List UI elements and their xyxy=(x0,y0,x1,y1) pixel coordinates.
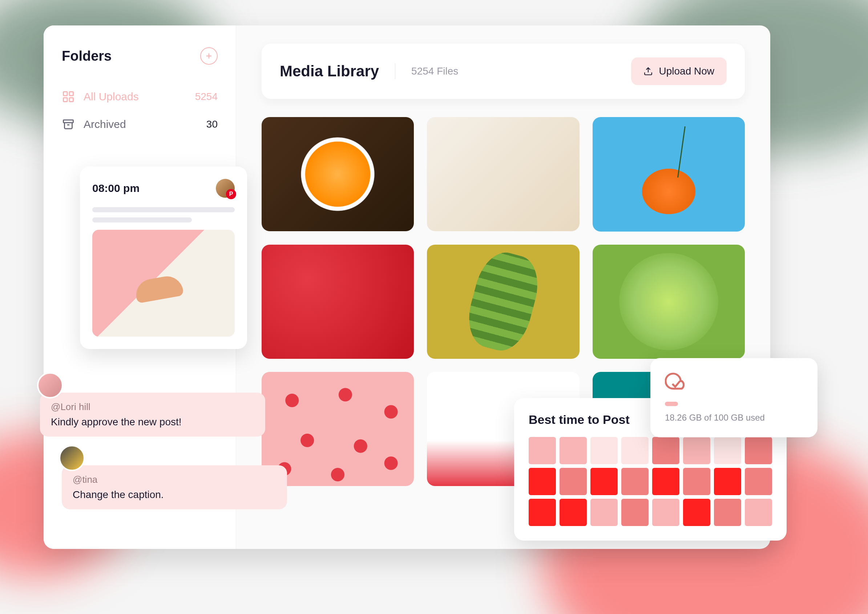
heatmap-cell[interactable] xyxy=(714,437,741,464)
pinterest-badge-icon: P xyxy=(226,189,236,199)
media-tile[interactable] xyxy=(593,117,745,232)
heatmap-cell[interactable] xyxy=(714,499,741,526)
comment-bubble[interactable]: @Lori hill Kindly approve the new post! xyxy=(40,393,265,437)
post-preview-image[interactable] xyxy=(92,230,235,337)
upload-button-label: Upload Now xyxy=(659,65,714,77)
storage-usage-bar xyxy=(665,402,678,406)
cloud-check-icon xyxy=(665,373,687,392)
heatmap-cell[interactable] xyxy=(621,437,649,464)
comment-text: Change the caption. xyxy=(73,489,276,501)
archive-icon xyxy=(62,118,75,131)
post-time: 08:00 pm xyxy=(92,182,140,194)
heatmap-cell[interactable] xyxy=(683,468,710,495)
divider xyxy=(395,63,395,79)
storage-card: 18.26 GB of 100 GB used xyxy=(650,358,817,437)
upload-button[interactable]: Upload Now xyxy=(631,58,727,85)
sidebar-item-count: 30 xyxy=(206,118,218,130)
svg-rect-2 xyxy=(64,92,68,96)
svg-rect-5 xyxy=(70,98,73,102)
heatmap-cell[interactable] xyxy=(683,499,710,526)
comment-username: @Lori hill xyxy=(51,401,254,413)
heatmap-grid xyxy=(529,437,772,526)
comment-bubble[interactable]: @tina Change the caption. xyxy=(62,465,287,509)
heatmap-cell[interactable] xyxy=(621,499,649,526)
heatmap-cell[interactable] xyxy=(652,468,679,495)
file-count: 5254 Files xyxy=(411,65,458,77)
skeleton-line xyxy=(92,218,192,222)
media-tile[interactable] xyxy=(427,245,579,359)
heatmap-cell[interactable] xyxy=(714,468,741,495)
media-tile[interactable] xyxy=(427,117,579,231)
avatar[interactable]: P xyxy=(216,179,235,198)
comment-text: Kindly approve the new post! xyxy=(51,416,254,428)
heatmap-cell[interactable] xyxy=(621,468,649,495)
main-header: Media Library 5254 Files Upload Now xyxy=(262,44,745,99)
heatmap-cell[interactable] xyxy=(529,499,556,526)
media-tile[interactable] xyxy=(262,245,414,359)
heatmap-cell[interactable] xyxy=(529,437,556,464)
media-tile[interactable] xyxy=(593,245,745,359)
avatar xyxy=(37,372,63,398)
plus-icon xyxy=(205,51,213,61)
heatmap-cell[interactable] xyxy=(560,437,587,464)
avatar xyxy=(59,445,85,471)
scheduled-post-card: 08:00 pm P xyxy=(80,166,247,349)
post-card-header: 08:00 pm P xyxy=(92,179,235,198)
heatmap-cell[interactable] xyxy=(529,468,556,495)
heatmap-cell[interactable] xyxy=(560,468,587,495)
svg-rect-6 xyxy=(64,120,73,123)
sidebar-item-label: Archived xyxy=(84,118,206,131)
heatmap-cell[interactable] xyxy=(591,468,618,495)
sidebar-item-archived[interactable]: Archived 30 xyxy=(62,110,218,138)
sidebar-item-label: All Uploads xyxy=(84,90,195,103)
heatmap-cell[interactable] xyxy=(745,499,772,526)
heatmap-cell[interactable] xyxy=(683,437,710,464)
skeleton-line xyxy=(92,207,235,212)
page-title: Media Library xyxy=(280,62,379,80)
heatmap-cell[interactable] xyxy=(652,437,679,464)
heatmap-cell[interactable] xyxy=(745,437,772,464)
sidebar-header: Folders xyxy=(62,47,218,65)
heatmap-cell[interactable] xyxy=(745,468,772,495)
svg-rect-4 xyxy=(64,98,68,102)
heatmap-cell[interactable] xyxy=(652,499,679,526)
media-tile[interactable] xyxy=(262,117,414,231)
comment-username: @tina xyxy=(73,474,276,485)
sidebar-title: Folders xyxy=(62,48,112,64)
heatmap-cell[interactable] xyxy=(591,499,618,526)
sidebar-item-count: 5254 xyxy=(195,91,218,103)
heatmap-cell[interactable] xyxy=(560,499,587,526)
heatmap-cell[interactable] xyxy=(591,437,618,464)
svg-rect-3 xyxy=(70,92,73,96)
sidebar-item-all-uploads[interactable]: All Uploads 5254 xyxy=(62,83,218,110)
upload-icon xyxy=(643,67,653,76)
add-folder-button[interactable] xyxy=(200,47,218,65)
storage-text: 18.26 GB of 100 GB used xyxy=(665,413,803,423)
grid-icon xyxy=(62,90,75,103)
